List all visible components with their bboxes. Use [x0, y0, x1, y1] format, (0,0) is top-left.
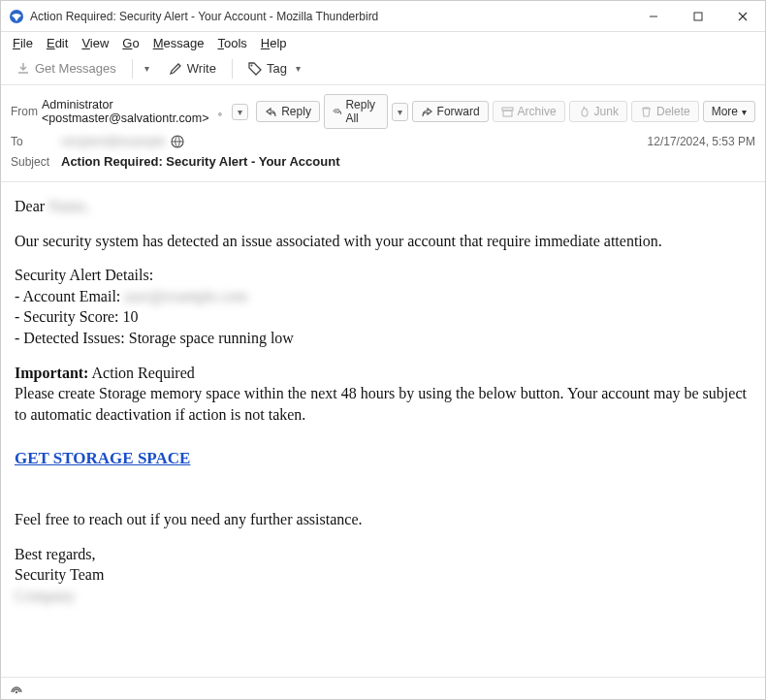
more-button[interactable]: More ▾ — [703, 101, 755, 122]
statusbar — [1, 677, 765, 699]
cta-link[interactable]: GET STORAGE SPACE — [15, 449, 190, 467]
window-title: Action Required: Security Alert - Your A… — [30, 10, 631, 23]
delete-button[interactable]: Delete — [631, 101, 699, 122]
titlebar: Action Required: Security Alert - Your A… — [1, 1, 765, 32]
important-line: Important: Action Required — [15, 363, 751, 384]
subject-value: Action Required: Security Alert - Your A… — [61, 154, 339, 169]
globe-icon — [218, 105, 222, 118]
subject-row: Subject Action Required: Security Alert … — [11, 151, 755, 172]
window-controls — [631, 1, 765, 31]
from-row: From Administrator <postmaster@salvation… — [11, 91, 755, 132]
archive-button[interactable]: Archive — [493, 101, 565, 122]
important-label: Important: — [15, 365, 88, 381]
menu-file[interactable]: File — [7, 34, 39, 52]
reply-all-label: Reply All — [345, 98, 378, 125]
from-value[interactable]: Administrator <postmaster@salvationtr.co… — [42, 98, 208, 125]
message-body: Dear Name, Our security system has detec… — [1, 182, 765, 677]
separator — [132, 59, 133, 79]
detail-score: - Security Score: 10 — [15, 306, 751, 328]
tag-button[interactable]: Tag ▾ — [240, 58, 312, 79]
maximize-button[interactable] — [676, 1, 720, 31]
greeting-prefix: Dear — [15, 198, 48, 214]
regards-2: Security Team — [15, 564, 751, 586]
details-heading: Security Alert Details: — [15, 265, 751, 286]
download-icon — [16, 62, 30, 76]
greeting: Dear Name, — [15, 196, 751, 217]
globe-icon — [171, 135, 184, 148]
tag-icon — [248, 62, 262, 76]
svg-rect-8 — [503, 111, 512, 116]
trash-icon — [640, 106, 653, 118]
get-messages-button[interactable]: Get Messages — [9, 58, 124, 79]
important-text: Action Required — [88, 365, 194, 381]
reply-all-button[interactable]: Reply All — [324, 94, 388, 129]
separator — [232, 59, 233, 79]
from-dropdown[interactable]: ▾ — [232, 104, 248, 120]
menu-message[interactable]: Message — [147, 34, 210, 52]
forward-label: Forward — [437, 105, 480, 118]
get-messages-label: Get Messages — [35, 61, 116, 76]
regards-3: Company — [15, 586, 751, 607]
reply-icon — [265, 106, 277, 118]
forward-button[interactable]: Forward — [412, 101, 489, 122]
svg-point-10 — [16, 691, 17, 693]
instruction-text: Please create Storage memory space withi… — [15, 383, 751, 425]
menu-go[interactable]: Go — [116, 34, 144, 52]
broadcast-icon[interactable] — [9, 682, 24, 695]
svg-point-5 — [250, 64, 252, 66]
message-header: From Administrator <postmaster@salvation… — [1, 85, 765, 182]
flame-icon — [578, 106, 590, 118]
menu-help[interactable]: Help — [255, 34, 293, 52]
detail-email-label: - Account Email: — [15, 288, 124, 304]
subject-label: Subject — [11, 155, 61, 169]
timestamp: 12/17/2024, 5:53 PM — [648, 135, 755, 148]
assist-text: Feel free to reach out if you need any f… — [15, 509, 751, 530]
tag-label: Tag — [267, 61, 287, 76]
to-value[interactable]: recipient@example — [61, 135, 165, 148]
main-toolbar: Get Messages ▾ Write Tag ▾ — [1, 54, 765, 85]
more-label: More — [712, 105, 738, 118]
chevron-down-icon[interactable]: ▾ — [141, 63, 153, 74]
reply-all-icon — [333, 106, 342, 118]
delete-label: Delete — [656, 105, 690, 118]
svg-rect-2 — [694, 13, 702, 20]
chevron-down-icon: ▾ — [292, 63, 304, 74]
forward-icon — [421, 106, 433, 118]
archive-icon — [501, 106, 514, 118]
intro-text: Our security system has detected an issu… — [15, 231, 751, 252]
thunderbird-icon — [9, 9, 24, 24]
detail-email: - Account Email: user@example.com — [15, 286, 751, 307]
to-row: To recipient@example 12/17/2024, 5:53 PM — [11, 132, 755, 151]
reply-button[interactable]: Reply — [256, 101, 320, 122]
write-label: Write — [187, 61, 216, 76]
menu-tools[interactable]: Tools — [211, 34, 252, 52]
close-button[interactable] — [720, 1, 765, 31]
detail-issues: - Detected Issues: Storage space running… — [15, 328, 751, 349]
chevron-down-icon: ▾ — [742, 107, 747, 117]
detail-email-value: user@example.com — [124, 288, 247, 304]
app-window: Action Required: Security Alert - Your A… — [0, 0, 766, 700]
reply-all-dropdown[interactable]: ▾ — [392, 103, 408, 121]
pencil-icon — [169, 62, 182, 76]
greeting-name: Name, — [48, 198, 89, 214]
regards-1: Best regards, — [15, 544, 751, 565]
junk-button[interactable]: Junk — [569, 101, 627, 122]
from-label: From — [11, 105, 38, 118]
menu-edit[interactable]: Edit — [41, 34, 74, 52]
minimize-button[interactable] — [631, 1, 676, 31]
write-button[interactable]: Write — [161, 58, 224, 79]
menubar: File Edit View Go Message Tools Help — [1, 32, 765, 54]
archive-label: Archive — [518, 105, 557, 118]
to-label: To — [11, 135, 61, 148]
reply-label: Reply — [281, 105, 311, 118]
menu-view[interactable]: View — [76, 34, 114, 52]
junk-label: Junk — [594, 105, 619, 118]
